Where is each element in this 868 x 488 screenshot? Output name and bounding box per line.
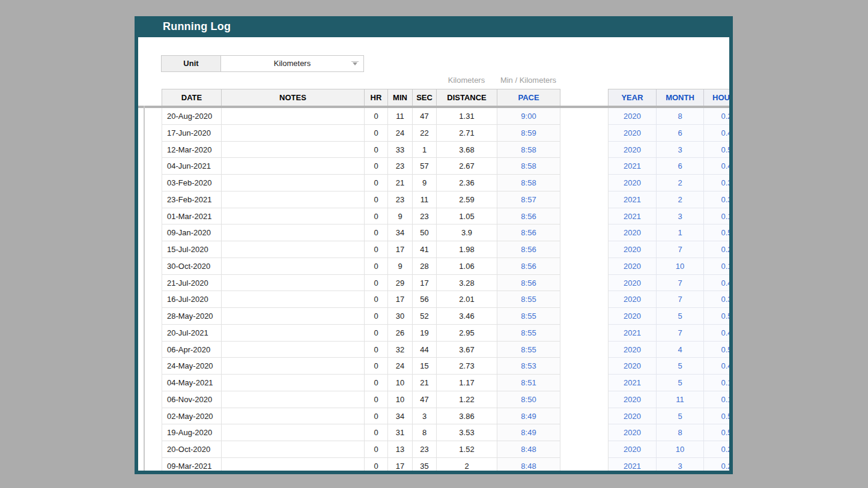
cell-min[interactable]: 17 xyxy=(388,291,413,308)
cell-pace[interactable]: 8:58 xyxy=(497,142,560,158)
cell-month[interactable]: 5 xyxy=(657,375,704,391)
cell-notes[interactable] xyxy=(222,342,365,358)
cell-min[interactable]: 33 xyxy=(388,142,413,158)
cell-pace[interactable]: 8:59 xyxy=(497,125,560,142)
cell-hours[interactable]: 0.3 xyxy=(704,191,729,208)
cell-min[interactable]: 34 xyxy=(388,224,413,241)
cell-date[interactable]: 30-Oct-2020 xyxy=(162,258,222,275)
main-header-pace[interactable]: PACE xyxy=(497,89,560,106)
cell-date[interactable]: 09-Mar-2021 xyxy=(162,458,222,471)
main-header-notes[interactable]: NOTES xyxy=(222,89,365,106)
cell-min[interactable]: 26 xyxy=(388,325,413,342)
cell-month[interactable]: 3 xyxy=(657,208,704,225)
cell-date[interactable]: 16-Jul-2020 xyxy=(162,291,222,308)
cell-year[interactable]: 2020 xyxy=(609,342,657,358)
cell-min[interactable]: 21 xyxy=(388,175,413,191)
cell-year[interactable]: 2020 xyxy=(609,125,657,142)
cell-distance[interactable]: 1.17 xyxy=(437,375,497,391)
cell-notes[interactable] xyxy=(222,291,365,308)
cell-hr[interactable]: 0 xyxy=(365,208,388,225)
cell-min[interactable]: 24 xyxy=(388,125,413,142)
cell-month[interactable]: 5 xyxy=(657,308,704,325)
cell-sec[interactable]: 8 xyxy=(413,424,437,441)
cell-date[interactable]: 24-May-2020 xyxy=(162,358,222,375)
cell-pace[interactable]: 8:55 xyxy=(497,325,560,342)
cell-sec[interactable]: 57 xyxy=(413,158,437,175)
cell-pace[interactable]: 8:48 xyxy=(497,458,560,471)
summary-header-hours[interactable]: HOURS xyxy=(704,89,729,106)
cell-date[interactable]: 04-May-2021 xyxy=(162,375,222,391)
cell-notes[interactable] xyxy=(222,108,365,125)
cell-hours[interactable]: 0.5 xyxy=(704,142,729,158)
cell-notes[interactable] xyxy=(222,358,365,375)
cell-hr[interactable]: 0 xyxy=(365,275,388,292)
cell-hours[interactable]: 0.2 xyxy=(704,108,729,125)
cell-pace[interactable]: 8:50 xyxy=(497,391,560,408)
cell-month[interactable]: 10 xyxy=(657,258,704,275)
cell-year[interactable]: 2020 xyxy=(609,391,657,408)
cell-hours[interactable]: 0.5 xyxy=(704,342,729,358)
cell-hours[interactable]: 0.1 xyxy=(704,258,729,275)
cell-hours[interactable]: 0.5 xyxy=(704,308,729,325)
cell-distance[interactable]: 2.73 xyxy=(437,358,497,375)
cell-sec[interactable]: 19 xyxy=(413,325,437,342)
cell-min[interactable]: 31 xyxy=(388,424,413,441)
cell-hr[interactable]: 0 xyxy=(365,375,388,391)
cell-min[interactable]: 34 xyxy=(388,408,413,425)
cell-pace[interactable]: 8:58 xyxy=(497,175,560,191)
main-header-date[interactable]: DATE xyxy=(162,89,222,106)
cell-hr[interactable]: 0 xyxy=(365,224,388,241)
cell-sec[interactable]: 41 xyxy=(413,241,437,258)
cell-year[interactable]: 2021 xyxy=(609,158,657,175)
cell-notes[interactable] xyxy=(222,458,365,471)
cell-sec[interactable]: 47 xyxy=(413,108,437,125)
cell-date[interactable]: 02-May-2020 xyxy=(162,408,222,425)
cell-month[interactable]: 2 xyxy=(657,175,704,191)
cell-min[interactable]: 17 xyxy=(388,458,413,471)
cell-date[interactable]: 17-Jun-2020 xyxy=(162,125,222,142)
cell-distance[interactable]: 3.28 xyxy=(437,275,497,292)
cell-hr[interactable]: 0 xyxy=(365,408,388,425)
cell-year[interactable]: 2020 xyxy=(609,441,657,458)
cell-date[interactable]: 21-Jul-2020 xyxy=(162,275,222,292)
cell-date[interactable]: 03-Feb-2020 xyxy=(162,175,222,191)
cell-hr[interactable]: 0 xyxy=(365,258,388,275)
cell-pace[interactable]: 8:55 xyxy=(497,342,560,358)
cell-sec[interactable]: 3 xyxy=(413,408,437,425)
cell-distance[interactable]: 1.98 xyxy=(437,241,497,258)
cell-year[interactable]: 2020 xyxy=(609,175,657,191)
cell-date[interactable]: 06-Nov-2020 xyxy=(162,391,222,408)
cell-min[interactable]: 29 xyxy=(388,275,413,292)
cell-pace[interactable]: 8:56 xyxy=(497,275,560,292)
cell-sec[interactable]: 23 xyxy=(413,441,437,458)
cell-hours[interactable]: 0.5 xyxy=(704,424,729,441)
cell-distance[interactable]: 2.36 xyxy=(437,175,497,191)
cell-pace[interactable]: 8:49 xyxy=(497,424,560,441)
cell-min[interactable]: 23 xyxy=(388,191,413,208)
main-header-sec[interactable]: SEC xyxy=(413,89,437,106)
cell-notes[interactable] xyxy=(222,258,365,275)
cell-month[interactable]: 2 xyxy=(657,191,704,208)
cell-notes[interactable] xyxy=(222,325,365,342)
cell-notes[interactable] xyxy=(222,408,365,425)
cell-hr[interactable]: 0 xyxy=(365,142,388,158)
cell-distance[interactable]: 1.06 xyxy=(437,258,497,275)
cell-month[interactable]: 8 xyxy=(657,108,704,125)
cell-notes[interactable] xyxy=(222,142,365,158)
cell-hr[interactable]: 0 xyxy=(365,342,388,358)
cell-year[interactable]: 2021 xyxy=(609,458,657,471)
cell-sec[interactable]: 56 xyxy=(413,291,437,308)
cell-month[interactable]: 7 xyxy=(657,275,704,292)
cell-sec[interactable]: 9 xyxy=(413,175,437,191)
cell-month[interactable]: 7 xyxy=(657,325,704,342)
cell-hours[interactable]: 0.3 xyxy=(704,175,729,191)
cell-hours[interactable]: 0.5 xyxy=(704,408,729,425)
cell-hr[interactable]: 0 xyxy=(365,308,388,325)
cell-month[interactable]: 5 xyxy=(657,358,704,375)
cell-hours[interactable]: 0.4 xyxy=(704,358,729,375)
cell-pace[interactable]: 8:57 xyxy=(497,191,560,208)
cell-date[interactable]: 06-Apr-2020 xyxy=(162,342,222,358)
cell-min[interactable]: 13 xyxy=(388,441,413,458)
cell-notes[interactable] xyxy=(222,424,365,441)
cell-month[interactable]: 4 xyxy=(657,342,704,358)
